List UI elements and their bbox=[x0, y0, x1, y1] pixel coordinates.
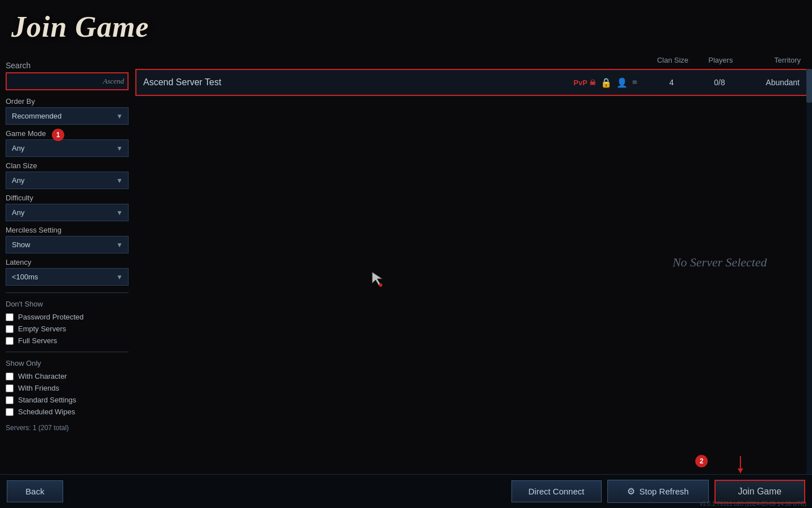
col-header-clan-size: Clan Size bbox=[647, 56, 698, 64]
order-by-wrapper: Recommended Players Name Territory ▼ bbox=[6, 107, 129, 125]
checkbox-full-servers-input[interactable] bbox=[6, 337, 14, 345]
page-title: Join Game bbox=[0, 0, 812, 49]
checkbox-scheduled-wipes-input[interactable] bbox=[6, 408, 14, 416]
checkbox-password-protected-label: Password Protected bbox=[18, 313, 83, 321]
clan-size-wrapper: Any 1 2 4 5 ▼ bbox=[6, 172, 129, 189]
checkbox-with-friends-input[interactable] bbox=[6, 384, 14, 392]
order-by-dropdown[interactable]: Recommended Players Name Territory bbox=[6, 107, 129, 125]
server-clan-size: 4 bbox=[646, 78, 697, 87]
search-input[interactable] bbox=[6, 72, 129, 90]
svg-marker-0 bbox=[372, 272, 382, 286]
server-players: 0/8 bbox=[697, 78, 742, 87]
merciless-dropdown[interactable]: Show Hide bbox=[6, 236, 129, 253]
lock-icon: 🔒 bbox=[601, 77, 612, 88]
main-area: Clan Size Players Territory Ascend Serve… bbox=[135, 51, 812, 474]
stop-refresh-label: Stop Refresh bbox=[639, 487, 689, 496]
difficulty-dropdown[interactable]: Any Normal Hard Merciless bbox=[6, 204, 129, 221]
svg-point-1 bbox=[379, 283, 382, 287]
server-name: Ascend Server Test bbox=[143, 77, 573, 87]
server-row[interactable]: Ascend Server Test PvP ☠ 🔒 👤 ≡ 4 0/8 Abu… bbox=[135, 69, 812, 96]
search-wrapper: Ascend bbox=[6, 72, 129, 90]
checkbox-standard-settings[interactable]: Standard Settings bbox=[6, 396, 129, 404]
merciless-wrapper: Show Hide ▼ bbox=[6, 236, 129, 253]
col-header-territory: Territory bbox=[743, 56, 805, 64]
no-server-selected-text: No Server Selected bbox=[673, 255, 767, 270]
annotation-badge-1: 1 bbox=[52, 129, 64, 141]
list-icon: ≡ bbox=[632, 77, 637, 87]
join-game-button[interactable]: Join Game bbox=[714, 480, 805, 503]
checkbox-with-character[interactable]: With Character bbox=[6, 372, 129, 380]
difficulty-label: Difficulty bbox=[6, 194, 129, 202]
checkbox-empty-servers[interactable]: Empty Servers bbox=[6, 325, 129, 333]
search-label: Search bbox=[6, 61, 129, 70]
scrollbar-thumb[interactable] bbox=[806, 69, 812, 103]
annotation-badge-2: 2 bbox=[695, 455, 708, 467]
game-mode-dropdown[interactable]: Any PvP PvE bbox=[6, 139, 129, 157]
show-only-title: Show Only bbox=[6, 359, 129, 367]
checkbox-empty-servers-input[interactable] bbox=[6, 325, 14, 333]
checkbox-with-character-label: With Character bbox=[18, 372, 67, 380]
latency-label: Latency bbox=[6, 258, 129, 266]
clan-size-label: Clan Size bbox=[6, 161, 129, 170]
dont-show-title: Don't Show bbox=[6, 300, 129, 308]
checkbox-empty-servers-label: Empty Servers bbox=[18, 325, 66, 333]
checkbox-scheduled-wipes-label: Scheduled Wipes bbox=[18, 408, 75, 416]
stop-refresh-button[interactable]: ⚙ Stop Refresh bbox=[607, 480, 709, 503]
merciless-label: Merciless Setting bbox=[6, 226, 129, 234]
latency-wrapper: <100ms <150ms <200ms Any ▼ bbox=[6, 268, 129, 286]
col-header-players: Players bbox=[698, 56, 743, 64]
latency-dropdown[interactable]: <100ms <150ms <200ms Any bbox=[6, 268, 129, 286]
server-tags: PvP ☠ 🔒 👤 ≡ bbox=[573, 77, 637, 88]
difficulty-wrapper: Any Normal Hard Merciless ▼ bbox=[6, 204, 129, 221]
game-mode-label: Game Mode bbox=[6, 129, 129, 138]
checkbox-standard-settings-label: Standard Settings bbox=[18, 396, 76, 404]
gear-icon: ⚙ bbox=[627, 486, 635, 497]
checkbox-full-servers-label: Full Servers bbox=[18, 336, 57, 345]
scrollbar[interactable] bbox=[806, 69, 812, 474]
sidebar: Search Ascend Order By Recommended Playe… bbox=[0, 51, 134, 474]
checkbox-full-servers[interactable]: Full Servers bbox=[6, 336, 129, 345]
pvp-tag: PvP ☠ bbox=[573, 78, 596, 87]
checkbox-standard-settings-input[interactable] bbox=[6, 396, 14, 404]
order-by-label: Order By bbox=[6, 97, 129, 106]
servers-count: Servers: 1 (207 total) bbox=[6, 424, 129, 432]
server-territory: Abundant bbox=[742, 78, 804, 87]
back-button[interactable]: Back bbox=[7, 480, 63, 502]
checkbox-with-character-input[interactable] bbox=[6, 373, 14, 380]
checkbox-password-protected-input[interactable] bbox=[6, 313, 14, 321]
bottom-bar: Back Direct Connect ⚙ Stop Refresh Join … bbox=[0, 474, 812, 508]
user-icon: 👤 bbox=[616, 77, 628, 88]
section-divider-1 bbox=[6, 292, 129, 293]
checkbox-with-friends[interactable]: With Friends bbox=[6, 384, 129, 392]
section-divider-2 bbox=[6, 352, 129, 352]
version-text: v1.0.1.79311 b28 (2024-05-09 14:30 UTC) bbox=[700, 501, 806, 507]
checkbox-password-protected[interactable]: Password Protected bbox=[6, 313, 129, 321]
checkbox-scheduled-wipes[interactable]: Scheduled Wipes bbox=[6, 408, 129, 416]
checkbox-with-friends-label: With Friends bbox=[18, 384, 59, 392]
server-list-header: Clan Size Players Territory bbox=[135, 51, 812, 69]
clan-size-dropdown[interactable]: Any 1 2 4 5 bbox=[6, 172, 129, 189]
game-mode-wrapper: Any PvP PvE ▼ bbox=[6, 139, 129, 157]
direct-connect-button[interactable]: Direct Connect bbox=[511, 480, 602, 502]
